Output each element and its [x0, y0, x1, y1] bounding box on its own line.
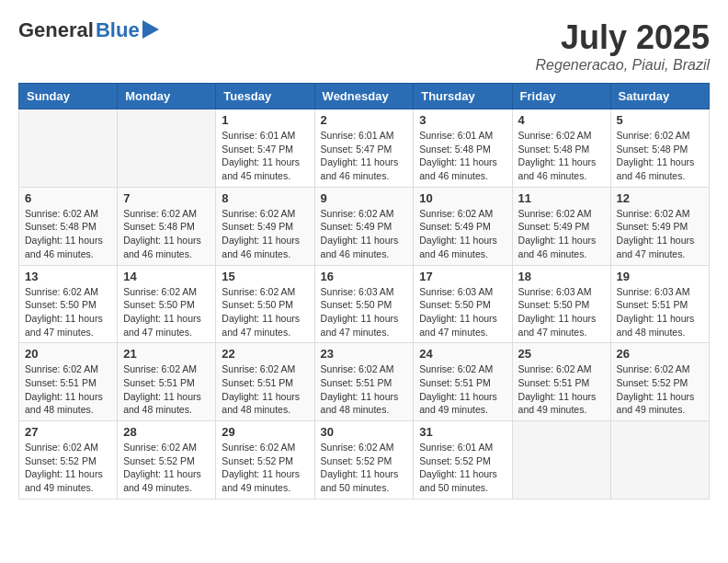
calendar-cell: [610, 421, 709, 500]
calendar-cell: 12Sunrise: 6:02 AM Sunset: 5:49 PM Dayli…: [610, 187, 709, 265]
calendar-cell: 17Sunrise: 6:03 AM Sunset: 5:50 PM Dayli…: [414, 265, 512, 343]
calendar-header-saturday: Saturday: [610, 84, 709, 109]
day-number: 27: [25, 425, 111, 439]
day-number: 12: [617, 191, 703, 205]
day-info: Sunrise: 6:03 AM Sunset: 5:50 PM Dayligh…: [419, 285, 506, 339]
location-subtitle: Regeneracao, Piaui, Brazil: [536, 57, 710, 74]
calendar-cell: 8Sunrise: 6:02 AM Sunset: 5:49 PM Daylig…: [216, 187, 314, 265]
day-info: Sunrise: 6:02 AM Sunset: 5:50 PM Dayligh…: [123, 285, 210, 339]
calendar-header-monday: Monday: [118, 84, 216, 109]
calendar-week-row: 1Sunrise: 6:01 AM Sunset: 5:47 PM Daylig…: [19, 109, 710, 188]
day-info: Sunrise: 6:02 AM Sunset: 5:49 PM Dayligh…: [222, 207, 308, 261]
day-number: 24: [419, 347, 506, 361]
calendar-header-thursday: Thursday: [414, 84, 512, 109]
day-info: Sunrise: 6:03 AM Sunset: 5:51 PM Dayligh…: [617, 285, 703, 339]
day-info: Sunrise: 6:02 AM Sunset: 5:52 PM Dayligh…: [25, 441, 111, 495]
calendar-header-row: SundayMondayTuesdayWednesdayThursdayFrid…: [19, 84, 710, 109]
day-number: 15: [222, 270, 308, 283]
day-info: Sunrise: 6:02 AM Sunset: 5:48 PM Dayligh…: [518, 129, 605, 183]
calendar-header-tuesday: Tuesday: [216, 84, 314, 109]
day-number: 4: [518, 113, 605, 127]
calendar-cell: 21Sunrise: 6:02 AM Sunset: 5:51 PM Dayli…: [118, 343, 216, 421]
calendar-week-row: 6Sunrise: 6:02 AM Sunset: 5:48 PM Daylig…: [19, 187, 710, 265]
logo-arrow-icon: [142, 20, 159, 39]
calendar-cell: 18Sunrise: 6:03 AM Sunset: 5:50 PM Dayli…: [512, 265, 610, 343]
calendar-cell: 1Sunrise: 6:01 AM Sunset: 5:47 PM Daylig…: [216, 109, 314, 188]
day-number: 29: [222, 425, 308, 439]
title-section: July 2025 Regeneracao, Piaui, Brazil: [536, 18, 710, 74]
day-info: Sunrise: 6:02 AM Sunset: 5:51 PM Dayligh…: [518, 362, 605, 417]
day-info: Sunrise: 6:02 AM Sunset: 5:51 PM Dayligh…: [222, 362, 308, 417]
day-number: 7: [123, 191, 210, 205]
day-info: Sunrise: 6:01 AM Sunset: 5:52 PM Dayligh…: [419, 441, 506, 495]
calendar-cell: 24Sunrise: 6:02 AM Sunset: 5:51 PM Dayli…: [414, 343, 512, 421]
calendar-week-row: 27Sunrise: 6:02 AM Sunset: 5:52 PM Dayli…: [19, 421, 710, 500]
day-info: Sunrise: 6:02 AM Sunset: 5:49 PM Dayligh…: [518, 207, 605, 261]
calendar-cell: 31Sunrise: 6:01 AM Sunset: 5:52 PM Dayli…: [414, 421, 512, 500]
calendar-cell: 6Sunrise: 6:02 AM Sunset: 5:48 PM Daylig…: [19, 187, 118, 265]
day-number: 1: [222, 113, 308, 127]
day-number: 17: [419, 270, 506, 283]
calendar-cell: 19Sunrise: 6:03 AM Sunset: 5:51 PM Dayli…: [610, 265, 709, 343]
header: General Blue July 2025 Regeneracao, Piau…: [18, 18, 710, 74]
calendar-week-row: 20Sunrise: 6:02 AM Sunset: 5:51 PM Dayli…: [19, 343, 710, 421]
calendar-cell: 16Sunrise: 6:03 AM Sunset: 5:50 PM Dayli…: [314, 265, 414, 343]
day-number: 8: [222, 191, 308, 205]
day-number: 16: [321, 270, 408, 283]
day-info: Sunrise: 6:01 AM Sunset: 5:48 PM Dayligh…: [419, 129, 506, 183]
day-info: Sunrise: 6:02 AM Sunset: 5:49 PM Dayligh…: [617, 207, 703, 261]
day-number: 10: [419, 191, 506, 205]
day-info: Sunrise: 6:02 AM Sunset: 5:51 PM Dayligh…: [123, 362, 210, 417]
calendar-cell: 30Sunrise: 6:02 AM Sunset: 5:52 PM Dayli…: [314, 421, 414, 500]
day-info: Sunrise: 6:02 AM Sunset: 5:50 PM Dayligh…: [222, 285, 308, 339]
calendar-cell: [118, 109, 216, 188]
calendar-cell: 26Sunrise: 6:02 AM Sunset: 5:52 PM Dayli…: [610, 343, 709, 421]
calendar-cell: 29Sunrise: 6:02 AM Sunset: 5:52 PM Dayli…: [216, 421, 314, 500]
calendar-cell: 11Sunrise: 6:02 AM Sunset: 5:49 PM Dayli…: [512, 187, 610, 265]
calendar-cell: 25Sunrise: 6:02 AM Sunset: 5:51 PM Dayli…: [512, 343, 610, 421]
calendar-cell: 5Sunrise: 6:02 AM Sunset: 5:48 PM Daylig…: [610, 109, 709, 188]
day-number: 31: [419, 425, 506, 439]
day-info: Sunrise: 6:02 AM Sunset: 5:51 PM Dayligh…: [321, 362, 408, 417]
day-info: Sunrise: 6:02 AM Sunset: 5:48 PM Dayligh…: [123, 207, 210, 261]
calendar-cell: 3Sunrise: 6:01 AM Sunset: 5:48 PM Daylig…: [414, 109, 512, 188]
calendar-cell: 22Sunrise: 6:02 AM Sunset: 5:51 PM Dayli…: [216, 343, 314, 421]
calendar-cell: [19, 109, 118, 188]
day-info: Sunrise: 6:03 AM Sunset: 5:50 PM Dayligh…: [321, 285, 408, 339]
day-info: Sunrise: 6:02 AM Sunset: 5:49 PM Dayligh…: [321, 207, 408, 261]
day-number: 9: [321, 191, 408, 205]
calendar-cell: 9Sunrise: 6:02 AM Sunset: 5:49 PM Daylig…: [314, 187, 414, 265]
day-info: Sunrise: 6:01 AM Sunset: 5:47 PM Dayligh…: [222, 129, 308, 183]
day-number: 25: [518, 347, 605, 361]
day-info: Sunrise: 6:02 AM Sunset: 5:49 PM Dayligh…: [419, 207, 506, 261]
day-number: 11: [518, 191, 605, 205]
day-number: 18: [518, 270, 605, 283]
day-number: 23: [321, 347, 408, 361]
day-number: 5: [617, 113, 703, 127]
calendar-week-row: 13Sunrise: 6:02 AM Sunset: 5:50 PM Dayli…: [19, 265, 710, 343]
day-number: 30: [321, 425, 408, 439]
calendar-header-sunday: Sunday: [19, 84, 118, 109]
day-number: 21: [123, 347, 210, 361]
day-info: Sunrise: 6:01 AM Sunset: 5:47 PM Dayligh…: [321, 129, 408, 183]
month-year-title: July 2025: [536, 18, 710, 57]
calendar-cell: 14Sunrise: 6:02 AM Sunset: 5:50 PM Dayli…: [118, 265, 216, 343]
day-number: 3: [419, 113, 506, 127]
calendar-cell: 13Sunrise: 6:02 AM Sunset: 5:50 PM Dayli…: [19, 265, 118, 343]
calendar-cell: 7Sunrise: 6:02 AM Sunset: 5:48 PM Daylig…: [118, 187, 216, 265]
calendar-table: SundayMondayTuesdayWednesdayThursdayFrid…: [18, 83, 710, 500]
day-info: Sunrise: 6:02 AM Sunset: 5:52 PM Dayligh…: [123, 441, 210, 495]
day-number: 2: [321, 113, 408, 127]
day-number: 14: [123, 270, 210, 283]
day-info: Sunrise: 6:02 AM Sunset: 5:48 PM Dayligh…: [25, 207, 111, 261]
logo-general-text: General: [18, 18, 94, 42]
day-number: 13: [25, 270, 111, 283]
calendar-cell: 23Sunrise: 6:02 AM Sunset: 5:51 PM Dayli…: [314, 343, 414, 421]
day-info: Sunrise: 6:03 AM Sunset: 5:50 PM Dayligh…: [518, 285, 605, 339]
calendar-cell: 28Sunrise: 6:02 AM Sunset: 5:52 PM Dayli…: [118, 421, 216, 500]
day-info: Sunrise: 6:02 AM Sunset: 5:52 PM Dayligh…: [222, 441, 308, 495]
day-info: Sunrise: 6:02 AM Sunset: 5:48 PM Dayligh…: [617, 129, 703, 183]
calendar-cell: 27Sunrise: 6:02 AM Sunset: 5:52 PM Dayli…: [19, 421, 118, 500]
calendar-cell: 4Sunrise: 6:02 AM Sunset: 5:48 PM Daylig…: [512, 109, 610, 188]
day-number: 22: [222, 347, 308, 361]
